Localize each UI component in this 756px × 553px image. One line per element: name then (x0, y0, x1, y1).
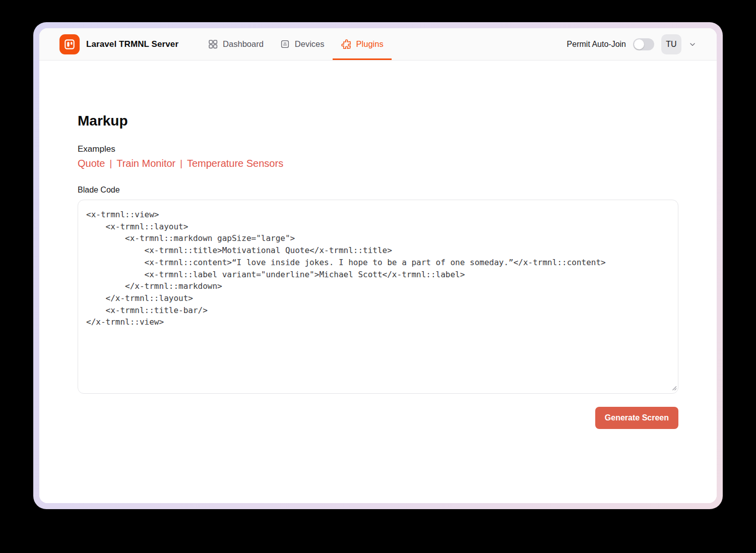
app-window: Laravel TRMNL Server Dashboard (33, 22, 723, 509)
example-link-temperature-sensors[interactable]: Temperature Sensors (187, 158, 283, 169)
main-nav: Dashboard Devices (200, 28, 392, 60)
actions-row: Generate Screen (78, 407, 678, 429)
link-separator: | (109, 158, 112, 169)
page-title: Markup (78, 113, 678, 129)
resize-handle[interactable] (671, 384, 677, 393)
puzzle-piece-icon (341, 39, 352, 50)
blade-code-wrap: <x-trmnl::view> <x-trmnl::layout> <x-trm… (78, 200, 678, 396)
main-content: Markup Examples Quote | Train Monitor | … (39, 60, 717, 503)
user-avatar[interactable]: TU (661, 34, 681, 54)
app-title: Laravel TRMNL Server (86, 39, 178, 49)
permit-auto-join-label: Permit Auto-Join (567, 40, 626, 49)
blade-code-input[interactable]: <x-trmnl::view> <x-trmnl::layout> <x-trm… (78, 200, 678, 394)
tab-label: Plugins (356, 39, 384, 49)
permit-auto-join-toggle[interactable] (633, 38, 654, 50)
generate-screen-button[interactable]: Generate Screen (595, 407, 678, 429)
tab-dashboard[interactable]: Dashboard (200, 28, 272, 60)
toggle-knob (634, 39, 644, 49)
tab-devices[interactable]: Devices (272, 28, 333, 60)
devices-icon (280, 39, 290, 49)
examples-label: Examples (78, 144, 678, 154)
example-link-train-monitor[interactable]: Train Monitor (116, 158, 175, 169)
top-navbar: Laravel TRMNL Server Dashboard (39, 28, 717, 60)
header-right: Permit Auto-Join TU (567, 28, 697, 60)
chevron-down-icon[interactable] (688, 40, 697, 48)
dashboard-grid-icon (208, 39, 218, 49)
brand: Laravel TRMNL Server (59, 28, 178, 60)
trmnl-logo-icon (59, 34, 80, 54)
link-separator: | (180, 158, 182, 169)
tab-label: Dashboard (223, 39, 264, 49)
tab-label: Devices (295, 39, 325, 49)
example-link-quote[interactable]: Quote (78, 158, 105, 169)
tab-plugins[interactable]: Plugins (333, 28, 392, 60)
blade-code-label: Blade Code (78, 186, 678, 195)
app-window-inner: Laravel TRMNL Server Dashboard (39, 28, 717, 503)
example-links: Quote | Train Monitor | Temperature Sens… (78, 158, 678, 169)
